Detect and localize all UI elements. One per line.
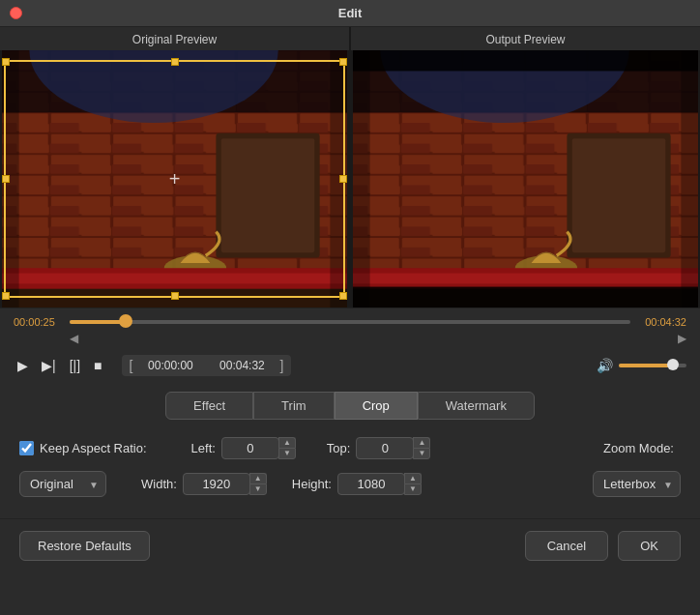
width-spin-arrows: ▲ ▼	[249, 473, 267, 495]
height-spin-arrows: ▲ ▼	[404, 473, 422, 495]
width-input[interactable]	[183, 473, 250, 495]
height-input[interactable]	[337, 473, 405, 495]
top-input[interactable]	[356, 437, 414, 459]
height-spin-down[interactable]: ▼	[404, 483, 422, 495]
bottom-bar: Restore Defaults Cancel OK	[0, 518, 700, 572]
keep-aspect-ratio-text: Keep Aspect Ratio:	[40, 441, 147, 455]
left-spin-down[interactable]: ▼	[278, 448, 296, 459]
volume-control: 🔊	[597, 358, 686, 373]
settings-row-2: Original 16:9 4:3 1:1 ▼ Width: ▲ ▼ Heigh…	[19, 471, 681, 497]
timecode-in[interactable]	[136, 359, 204, 372]
left-input[interactable]	[221, 437, 279, 459]
transport-controls: ▶ ▶| [|] ■ [ ] 🔊	[0, 349, 700, 382]
left-field-group: Left: ▲ ▼	[191, 437, 296, 459]
timeline-start-time: 00:00:25	[14, 316, 62, 328]
svg-rect-33	[353, 287, 698, 308]
timeline-track[interactable]	[70, 320, 630, 324]
left-spin-up[interactable]: ▲	[278, 437, 296, 448]
settings-row-1: Keep Aspect Ratio: Left: ▲ ▼ Top: ▲ ▼	[19, 437, 681, 459]
svg-rect-25	[572, 138, 666, 252]
triangle-row: ◀ ▶	[14, 332, 686, 345]
preview-area: Original Preview	[0, 27, 700, 308]
output-preview-panel: Output Preview	[351, 27, 700, 308]
svg-rect-14	[2, 50, 19, 308]
height-label: Height:	[292, 477, 332, 491]
timeline-area: 00:00:25 00:04:32 ◀ ▶	[0, 308, 700, 349]
tab-trim[interactable]: Trim	[253, 392, 335, 420]
top-spin-wrapper: ▲ ▼	[356, 437, 430, 459]
tab-crop[interactable]: Crop	[335, 392, 418, 420]
width-spin-down[interactable]: ▼	[249, 483, 267, 495]
volume-icon: 🔊	[597, 358, 613, 373]
title-bar: Edit	[0, 0, 700, 27]
timeline-end-time: 00:04:32	[638, 316, 686, 328]
svg-rect-15	[330, 50, 347, 308]
timecode-out[interactable]	[208, 359, 276, 372]
bracket-button[interactable]: [|]	[66, 356, 84, 375]
timeline-thumb[interactable]	[119, 314, 132, 328]
timeline-fill	[70, 320, 126, 324]
svg-rect-9	[221, 138, 315, 252]
svg-rect-12	[2, 274, 347, 284]
step-forward-button[interactable]: ▶|	[38, 356, 60, 375]
crop-settings: Keep Aspect Ratio: Left: ▲ ▼ Top: ▲ ▼	[0, 427, 700, 518]
left-label: Left:	[191, 441, 216, 455]
width-spin-wrapper: ▲ ▼	[183, 473, 267, 495]
ok-button[interactable]: OK	[618, 531, 681, 561]
original-preview-label: Original Preview	[0, 27, 349, 50]
close-button[interactable]	[10, 7, 22, 19]
aspect-ratio-select-wrapper: Original 16:9 4:3 1:1 ▼	[19, 471, 106, 497]
width-label: Width:	[141, 477, 177, 491]
top-spin-down[interactable]: ▼	[413, 448, 430, 459]
timecode-group: [ ]	[122, 355, 292, 376]
left-spin-wrapper: ▲ ▼	[221, 437, 296, 459]
volume-track[interactable]	[619, 364, 686, 367]
original-preview-panel: Original Preview	[0, 27, 349, 308]
height-field-group: Height: ▲ ▼	[292, 473, 422, 495]
volume-fill	[619, 364, 673, 367]
cancel-button[interactable]: Cancel	[525, 531, 608, 561]
width-field-group: Width: ▲ ▼	[141, 473, 267, 495]
bracket-close: ]	[279, 358, 283, 373]
output-preview-video	[353, 50, 698, 308]
svg-rect-32	[353, 50, 698, 71]
tab-watermark[interactable]: Watermark	[418, 392, 535, 420]
right-buttons: Cancel OK	[525, 531, 681, 561]
timeline-row: 00:00:25 00:04:32	[14, 316, 686, 328]
top-spin-up[interactable]: ▲	[413, 437, 430, 448]
zoom-mode-select[interactable]: Letterbox Crop Stretch Full	[593, 471, 681, 497]
height-spin-up[interactable]: ▲	[404, 473, 422, 483]
keep-aspect-ratio-label[interactable]: Keep Aspect Ratio:	[19, 441, 147, 455]
play-button[interactable]: ▶	[14, 356, 32, 375]
bracket-open: [	[130, 358, 133, 373]
tab-bar: Effect Trim Crop Watermark	[0, 382, 700, 427]
aspect-ratio-select[interactable]: Original 16:9 4:3 1:1	[19, 471, 106, 497]
triangle-right: ▶	[678, 332, 686, 345]
width-spin-up[interactable]: ▲	[249, 473, 267, 483]
volume-thumb[interactable]	[667, 359, 679, 370]
keep-aspect-ratio-checkbox[interactable]	[19, 441, 34, 455]
stop-button[interactable]: ■	[90, 356, 105, 375]
top-spin-arrows: ▲ ▼	[413, 437, 430, 459]
svg-rect-31	[681, 50, 698, 308]
window-title: Edit	[338, 6, 363, 20]
output-preview-label: Output Preview	[351, 27, 700, 50]
height-spin-wrapper: ▲ ▼	[337, 473, 422, 495]
top-field-group: Top: ▲ ▼	[327, 437, 431, 459]
original-preview-video: +	[2, 50, 347, 308]
triangle-left: ◀	[70, 332, 78, 345]
svg-rect-28	[353, 274, 698, 284]
zoom-mode-label: Zoom Mode:	[603, 441, 681, 455]
svg-rect-30	[353, 50, 370, 308]
top-label: Top:	[327, 441, 351, 455]
restore-defaults-button[interactable]: Restore Defaults	[19, 531, 150, 561]
svg-rect-13	[2, 289, 347, 308]
left-spin-arrows: ▲ ▼	[278, 437, 296, 459]
zoom-mode-select-wrapper: Letterbox Crop Stretch Full ▼	[593, 471, 681, 497]
tab-effect[interactable]: Effect	[165, 392, 253, 420]
